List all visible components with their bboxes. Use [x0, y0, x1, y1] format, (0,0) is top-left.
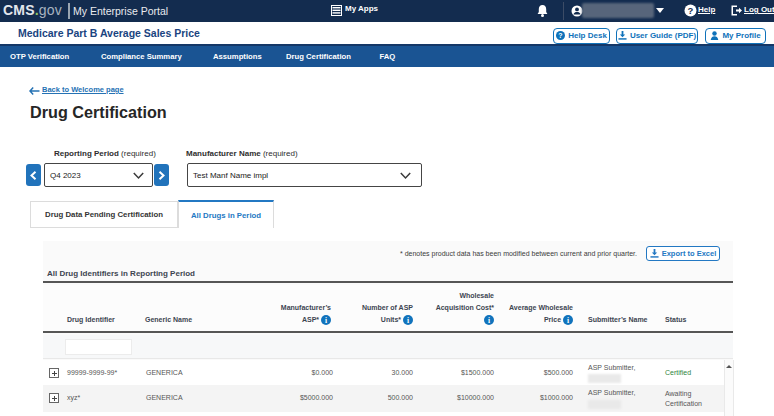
svg-text:?: ?	[688, 5, 694, 16]
svg-text:i: i	[325, 315, 327, 324]
svg-text:?: ?	[559, 32, 563, 39]
svg-text:i: i	[567, 315, 569, 324]
svg-text:i: i	[407, 315, 409, 324]
svg-text:i: i	[488, 315, 490, 324]
